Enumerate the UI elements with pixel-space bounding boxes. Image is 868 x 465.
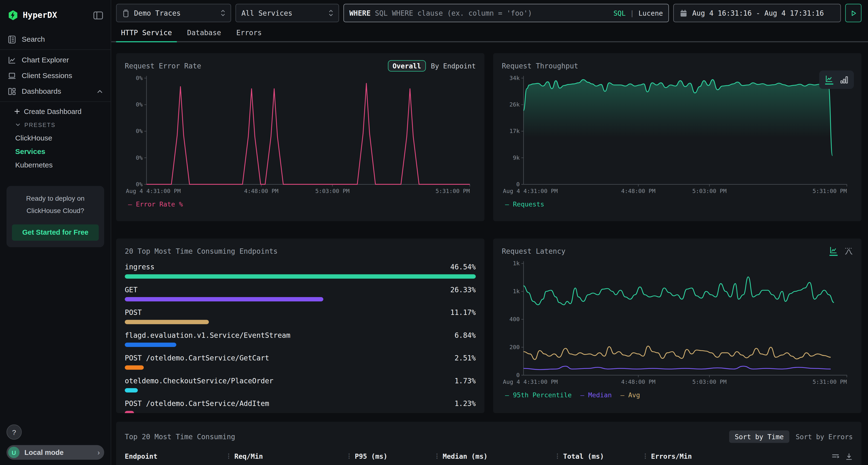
endpoint-bar-track <box>125 388 476 393</box>
table-filter-icon[interactable] <box>832 453 840 460</box>
svg-text:Aug 4 4:31:00 PM: Aug 4 4:31:00 PM <box>126 188 181 194</box>
svg-text:400: 400 <box>509 316 520 323</box>
sidebar-item-label: Chart Explorer <box>22 56 103 64</box>
tab-errors[interactable]: Errors <box>231 29 267 41</box>
presets-toggle[interactable]: PRESETS <box>0 118 111 131</box>
svg-text:9k: 9k <box>513 155 520 161</box>
get-started-button[interactable]: Get Started for Free <box>12 224 99 241</box>
user-menu[interactable]: U Local mode › <box>6 445 104 460</box>
column-header-total-ms-[interactable]: ⋮Total (ms) <box>555 452 643 460</box>
endpoint-percent: 1.73% <box>455 376 476 385</box>
language-lucene-toggle[interactable]: Lucene <box>639 9 663 17</box>
bar-chart-mode-icon[interactable] <box>840 76 848 84</box>
svg-text:5:31:00 PM: 5:31:00 PM <box>435 188 470 194</box>
endpoint-label: ingress <box>125 263 451 271</box>
sidebar-item-chart-explorer[interactable]: Chart Explorer <box>0 52 111 68</box>
chevron-up-icon <box>97 88 103 95</box>
endpoint-percent: 11.17% <box>451 308 476 317</box>
promo-text-line2: ClickHouse Cloud? <box>12 206 99 217</box>
svg-text:Aug 4 4:31:00 PM: Aug 4 4:31:00 PM <box>503 188 558 194</box>
sidebar-item-client-sessions[interactable]: Client Sessions <box>0 68 111 84</box>
sort-by-errors-button[interactable]: Sort by Errors <box>796 433 853 441</box>
endpoint-label: POST /oteldemo.CartService/AddItem <box>125 399 455 407</box>
column-header-errors-min[interactable]: ⋮Errors/Min <box>642 452 831 460</box>
line-chart-mode-icon[interactable] <box>830 246 838 256</box>
sidebar-collapse-icon[interactable] <box>93 11 103 19</box>
svg-text:5:31:00 PM: 5:31:00 PM <box>812 378 847 385</box>
run-query-button[interactable] <box>845 4 862 23</box>
endpoint-bar <box>125 297 323 301</box>
column-header-label: P95 (ms) <box>355 452 388 460</box>
svg-text:5:03:00 PM: 5:03:00 PM <box>692 378 726 385</box>
sidebar-divider <box>0 101 111 102</box>
endpoint-label: POST <box>125 308 451 317</box>
latency-chart: 1k1k4002000Aug 4 4:31:00 PM4:48:00 PM5:0… <box>502 258 851 388</box>
source-select[interactable]: Demo Traces <box>116 4 231 23</box>
column-header-label: Req/Min <box>235 452 263 460</box>
endpoint-row[interactable]: GET26.33% <box>125 284 476 295</box>
create-dashboard-label: Create Dashboard <box>24 107 82 115</box>
latency-legend: — 95th Percentile— Median— Avg <box>502 392 853 399</box>
source-select-value: Demo Traces <box>134 9 217 17</box>
where-input[interactable] <box>375 9 609 17</box>
column-header-label: Errors/Min <box>651 452 692 460</box>
column-drag-handle-icon[interactable]: ⋮ <box>226 453 232 460</box>
preset-link-kubernetes[interactable]: Kubernetes <box>0 158 111 172</box>
where-label: WHERE <box>349 9 371 17</box>
tab-http-service[interactable]: HTTP Service <box>116 29 177 41</box>
brand-title: HyperDX <box>23 10 89 20</box>
time-range-picker[interactable]: Aug 4 16:31:16 - Aug 4 17:31:16 <box>673 4 841 23</box>
column-header-p95-ms-[interactable]: ⋮P95 (ms) <box>346 452 434 460</box>
column-header-endpoint[interactable]: Endpoint <box>125 452 226 460</box>
column-drag-handle-icon[interactable]: ⋮ <box>434 453 440 460</box>
chart-type-toggle <box>819 71 854 89</box>
sidebar-item-label: Client Sessions <box>22 72 103 80</box>
main-area: Demo Traces All Services WHERE SQL | Luc… <box>111 0 868 465</box>
sort-by-time-button[interactable]: Sort by Time <box>730 431 789 443</box>
where-filter-box: WHERE SQL | Lucene <box>343 4 669 23</box>
column-header-req-min[interactable]: ⋮Req/Min <box>226 452 346 460</box>
endpoint-bar-track <box>125 320 476 324</box>
dashboard-tabs: HTTP ServiceDatabaseErrors <box>111 26 868 42</box>
preset-link-clickhouse[interactable]: ClickHouse <box>0 131 111 145</box>
endpoint-row[interactable]: POST11.17% <box>125 307 476 318</box>
sidebar-bottom: ? U Local mode › <box>6 425 104 460</box>
column-drag-handle-icon[interactable]: ⋮ <box>346 453 352 460</box>
column-header-label: Total (ms) <box>563 452 604 460</box>
tab-database[interactable]: Database <box>182 29 226 41</box>
by-endpoint-toggle-button[interactable]: By Endpoint <box>431 61 476 70</box>
overall-toggle-button[interactable]: Overall <box>388 60 426 71</box>
preset-list: ClickHouseServicesKubernetes <box>0 131 111 172</box>
panel-title: Request Error Rate <box>125 61 388 70</box>
svg-text:0%: 0% <box>136 181 143 188</box>
service-select-value: All Services <box>241 9 324 17</box>
sidebar-item-dashboards[interactable]: Dashboards <box>0 84 111 99</box>
throughput-chart: 34k26k17k9k0Aug 4 4:31:00 PM4:48:00 PM5:… <box>502 73 851 198</box>
download-icon[interactable] <box>845 453 853 460</box>
line-chart-mode-icon[interactable] <box>825 75 833 85</box>
column-drag-handle-icon[interactable]: ⋮ <box>555 453 561 460</box>
endpoint-row[interactable]: POST /oteldemo.CartService/GetCart2.51% <box>125 353 476 363</box>
endpoint-list: ingress46.54%GET26.33%POST11.17%flagd.ev… <box>125 261 476 413</box>
preset-link-services[interactable]: Services <box>0 145 111 158</box>
create-dashboard-button[interactable]: Create Dashboard <box>0 104 111 118</box>
endpoint-row[interactable]: flagd.evaluation.v1.Service/EventStream6… <box>125 330 476 340</box>
sidebar-item-search[interactable]: Search <box>0 32 111 47</box>
search-journal-icon <box>8 35 17 44</box>
service-select[interactable]: All Services <box>236 4 339 23</box>
endpoint-row[interactable]: oteldemo.CheckoutService/PlaceOrder1.73% <box>125 375 476 386</box>
legend-item-requests: — Requests <box>505 201 545 208</box>
svg-text:1k: 1k <box>513 260 520 267</box>
endpoint-percent: 2.51% <box>455 354 476 362</box>
endpoint-row[interactable]: ingress46.54% <box>125 261 476 272</box>
svg-text:4:48:00 PM: 4:48:00 PM <box>621 378 655 385</box>
column-header-label: Median (ms) <box>443 452 488 460</box>
column-header-median-ms-[interactable]: ⋮Median (ms) <box>434 452 555 460</box>
help-button[interactable]: ? <box>6 425 22 440</box>
language-sql-toggle[interactable]: SQL <box>613 9 626 17</box>
column-drag-handle-icon[interactable]: ⋮ <box>642 453 648 460</box>
histogram-mode-icon[interactable] <box>845 247 853 255</box>
endpoint-row[interactable]: POST /oteldemo.CartService/AddItem1.23% <box>125 398 476 409</box>
legend-item-95th-percentile: — 95th Percentile <box>505 392 572 399</box>
svg-text:Aug 4 4:31:00 PM: Aug 4 4:31:00 PM <box>503 378 558 385</box>
